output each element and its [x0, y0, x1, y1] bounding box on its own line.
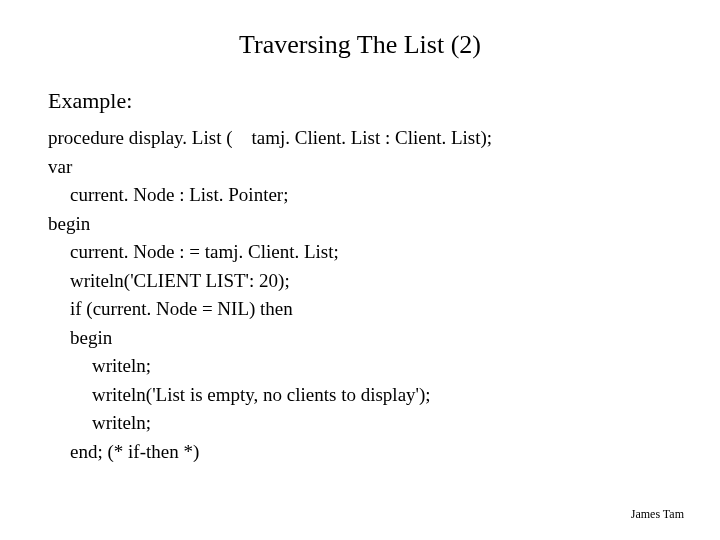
- slide-title: Traversing The List (2): [48, 30, 672, 60]
- code-line: writeln('CLIENT LIST': 20);: [48, 267, 672, 296]
- code-line: procedure display. List ( tamj. Client. …: [48, 124, 672, 153]
- code-line: current. Node : List. Pointer;: [48, 181, 672, 210]
- example-heading: Example:: [48, 88, 672, 114]
- code-line: writeln;: [48, 409, 672, 438]
- code-example: procedure display. List ( tamj. Client. …: [48, 124, 672, 466]
- code-line: var: [48, 153, 672, 182]
- code-line: end; (* if-then *): [48, 438, 672, 467]
- author-footer: James Tam: [631, 507, 684, 522]
- code-line: writeln;: [48, 352, 672, 381]
- code-line: writeln('List is empty, no clients to di…: [48, 381, 672, 410]
- code-line: current. Node : = tamj. Client. List;: [48, 238, 672, 267]
- code-line: begin: [48, 324, 672, 353]
- code-line: if (current. Node = NIL) then: [48, 295, 672, 324]
- code-line: begin: [48, 210, 672, 239]
